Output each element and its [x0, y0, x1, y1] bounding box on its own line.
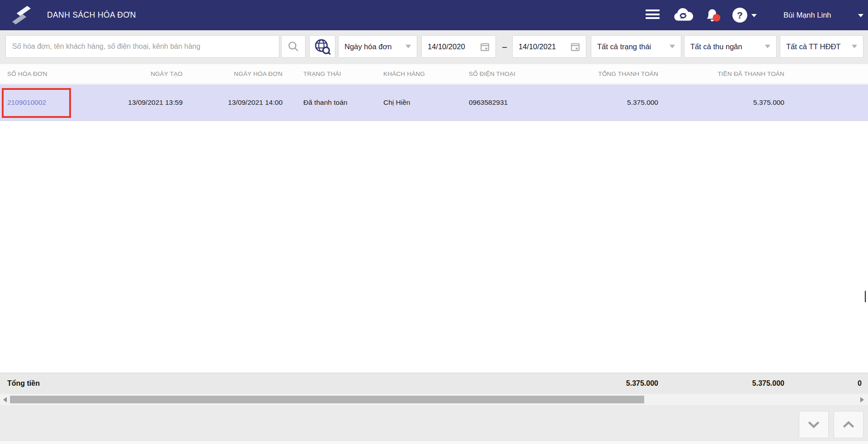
notifications-button[interactable]: [704, 6, 721, 25]
search-icon: [288, 41, 299, 52]
totals-paid-amount: 5.375.000: [658, 379, 784, 388]
invoice-list-screen: DANH SÁCH HÓA ĐƠN ? Bùi Mạ: [0, 0, 868, 444]
phone-cell: 0963582931: [468, 98, 558, 107]
col-invoice-date: NGÀY HÓA ĐƠN: [183, 70, 283, 77]
chevron-down-icon: [807, 420, 821, 429]
user-name-label: Bùi Mạnh Linh: [783, 11, 831, 19]
status-filter-label: Tất cả trạng thái: [597, 42, 651, 51]
table-header: SỐ HÓA ĐƠN NGÀY TẠO NGÀY HÓA ĐƠN TRẠNG T…: [0, 64, 868, 84]
search-input[interactable]: [5, 35, 279, 58]
total-payment-cell: 5.375.000: [558, 98, 658, 107]
created-at-cell: 13/09/2021 13:59: [107, 98, 183, 107]
sync-button[interactable]: [672, 6, 693, 25]
app-logo[interactable]: [11, 5, 32, 26]
invoice-number-link[interactable]: 2109010002: [7, 98, 46, 106]
filter-bar: Ngày hóa đơn 14/10/2020 – 14/10/2021 Tất…: [0, 30, 868, 64]
bottom-pane: [0, 405, 868, 444]
sapo-logo-icon: [11, 5, 32, 26]
cashier-filter-label: Tất cả thu ngân: [690, 42, 742, 51]
scrollbar-thumb[interactable]: [10, 396, 644, 403]
page-title: DANH SÁCH HÓA ĐƠN: [47, 0, 136, 30]
menu-button[interactable]: [646, 9, 660, 21]
user-menu[interactable]: Bùi Mạnh Linh: [783, 0, 831, 30]
date-from-field[interactable]: 14/10/2020: [421, 35, 496, 58]
scroll-left-arrow-icon[interactable]: [3, 397, 7, 402]
einvoice-filter-select[interactable]: Tất cả TT HĐĐT: [780, 35, 863, 58]
totals-label: Tổng tiền: [7, 379, 107, 388]
date-type-label: Ngày hóa đơn: [344, 42, 392, 51]
text-cursor-artifact: [865, 291, 866, 302]
globe-search-icon: [314, 38, 331, 55]
einvoice-filter-label: Tất cả TT HĐĐT: [786, 42, 840, 51]
cashier-filter-select[interactable]: Tất cả thu ngân: [684, 35, 777, 58]
bell-icon: [704, 6, 721, 23]
hamburger-icon: [646, 9, 660, 11]
bottom-strip: [0, 440, 868, 444]
calendar-icon: [571, 42, 580, 51]
totals-total-payment: 5.375.000: [558, 379, 658, 388]
question-icon: ?: [737, 10, 743, 21]
date-to-value: 14/10/2021: [519, 42, 556, 51]
col-customer: KHÁCH HÀNG: [381, 70, 468, 77]
search-button[interactable]: [281, 35, 306, 58]
caret-down-icon: [765, 45, 770, 48]
customer-cell: Chị Hiền: [381, 98, 468, 107]
help-button[interactable]: ?: [732, 8, 747, 23]
status-filter-select[interactable]: Tất cả trạng thái: [591, 35, 681, 58]
col-phone: SỐ ĐIỆN THOẠI: [468, 70, 558, 77]
totals-row: Tổng tiền 5.375.000 5.375.000 0: [0, 373, 868, 394]
top-navbar: DANH SÁCH HÓA ĐƠN ? Bùi Mạ: [0, 0, 868, 30]
scroll-right-arrow-icon[interactable]: [860, 397, 864, 402]
col-created-at: NGÀY TẠO: [107, 70, 183, 77]
invoice-date-cell: 13/09/2021 14:00: [183, 98, 283, 107]
date-to-field[interactable]: 14/10/2021: [512, 35, 586, 58]
col-status: TRẠNG THÁI: [283, 70, 381, 77]
date-from-value: 14/10/2020: [428, 42, 465, 51]
caret-down-icon: [406, 45, 411, 48]
totals-remaining: 0: [858, 373, 862, 394]
caret-down-icon: [852, 45, 857, 48]
calendar-icon: [480, 42, 490, 51]
col-paid-amount: TIỀN ĐÃ THANH TOÁN: [658, 70, 784, 77]
horizontal-scrollbar[interactable]: [0, 394, 868, 405]
date-type-select[interactable]: Ngày hóa đơn: [338, 35, 417, 58]
chevron-up-icon: [842, 420, 855, 429]
help-caret-icon: [751, 14, 757, 17]
cloud-sync-icon: [672, 6, 693, 23]
user-caret-icon[interactable]: [858, 14, 863, 17]
scroll-down-button[interactable]: [799, 411, 829, 438]
paid-amount-cell: 5.375.000: [658, 98, 784, 107]
scroll-up-button[interactable]: [834, 411, 863, 438]
col-total-payment: TỔNG THANH TOÁN: [558, 70, 658, 77]
invoice-table-row[interactable]: 2109010002 13/09/2021 13:59 13/09/2021 1…: [0, 84, 868, 121]
date-range-separator: –: [498, 35, 511, 58]
caret-down-icon: [670, 45, 675, 48]
notification-badge: [713, 14, 721, 22]
col-invoice-no: SỐ HÓA ĐƠN: [7, 70, 107, 77]
sales-channel-button[interactable]: [309, 35, 335, 58]
status-cell: Đã thanh toán: [283, 98, 381, 107]
